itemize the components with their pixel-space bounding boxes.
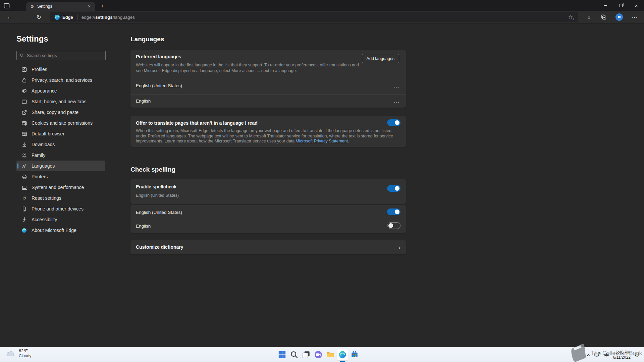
start-button[interactable] [276,349,288,361]
customize-dictionary-label: Customize dictionary [136,244,183,250]
lock-icon [21,77,27,83]
sidebar-item-appearance[interactable]: Appearance [16,85,105,96]
window-icon [21,99,27,105]
spellcheck-language-row: English (United States) [136,205,401,219]
check-spelling-heading: Check spelling [130,166,175,173]
taskbar-search-button[interactable] [288,349,300,361]
translate-card: Offer to translate pages that aren't in … [130,116,406,147]
new-tab-button[interactable]: + [98,2,107,10]
printer-icon [21,174,27,180]
preferred-languages-title: Preferred languages [136,54,181,59]
taskbar-apps [276,349,360,361]
search-icon [290,351,298,359]
collections-icon[interactable] [598,12,609,22]
sidebar-item-about-edge[interactable]: About Microsoft Edge [16,225,105,236]
add-favorite-icon[interactable]: ☆+ [567,14,574,20]
sidebar-item-reset-settings[interactable]: ↺ Reset settings [16,193,105,203]
sidebar-item-phone-devices[interactable]: Phone and other devices [16,203,105,214]
network-icon[interactable] [594,352,600,358]
search-icon [20,53,24,58]
chat-icon [314,351,322,359]
sidebar-item-downloads[interactable]: Downloads [16,139,105,150]
translate-toggle[interactable] [387,119,400,126]
windows-taskbar: 62°F Cloudy [0,347,644,362]
enable-spellcheck-toggle[interactable] [387,185,400,192]
spellcheck-en-us-toggle[interactable] [387,208,400,215]
microsoft-store-button[interactable] [349,349,360,361]
sidebar-item-system-performance[interactable]: System and performance [16,182,105,193]
tab-close-icon[interactable]: × [86,3,92,9]
weather-widget[interactable]: 62°F Cloudy [5,349,31,358]
sidebar-item-accessibility[interactable]: Accessibility [16,214,105,225]
extension-button[interactable] [614,12,625,22]
translate-icon: At [21,163,27,169]
address-separator [77,14,77,20]
chat-button[interactable] [313,349,324,361]
tab-bar: ⚙ Settings × + × [0,0,644,11]
translate-title: Offer to translate pages that aren't in … [136,120,258,126]
svg-text:t: t [25,163,26,166]
minimize-button[interactable] [598,0,613,11]
sidebar-item-default-browser[interactable]: Default browser [16,128,105,139]
refresh-button[interactable]: ↻ [34,12,44,22]
customize-dictionary-card[interactable]: Customize dictionary › [130,240,406,254]
tray-chevron-up-icon[interactable] [587,354,591,356]
tab-actions-menu-icon[interactable] [3,2,10,9]
spellcheck-languages-card: English (United States) English [130,205,406,233]
edge-logo-icon [54,14,60,20]
spellcheck-en-toggle[interactable] [387,222,400,229]
sidebar-item-printers[interactable]: Printers [16,171,105,182]
window-close-button[interactable]: × [629,0,644,11]
sidebar-item-profiles[interactable]: Profiles [16,64,105,75]
phone-icon [21,206,27,212]
sidebar-title: Settings [16,34,48,44]
accessibility-icon [21,217,27,223]
sidebar-item-languages[interactable]: At Languages [16,161,105,171]
taskbar-clock[interactable]: 6:40 PM 6/11/2022 [613,350,631,360]
palette-icon [21,88,27,94]
url-text: edge://settings/languages [82,15,135,20]
notification-bell-icon[interactable]: z [634,352,640,358]
sidebar-item-family[interactable]: Family [16,150,105,161]
edge-settings-window: ⚙ Settings × + × ← → ↻ Edge edge://setti… [0,0,644,362]
sidebar-item-start-home-tabs[interactable]: Start, home, and new tabs [16,96,105,107]
sidebar-item-privacy[interactable]: Privacy, search, and services [16,75,105,85]
tab-title: Settings [37,4,52,9]
sidebar-item-share-copy-paste[interactable]: Share, copy and paste [16,107,105,118]
system-tray: 6:40 PM 6/11/2022 z [587,347,640,362]
edge-logo-icon [21,227,27,233]
spellcheck-language-row: English [136,219,401,233]
back-button[interactable]: ← [4,12,14,22]
browser-check-icon [21,131,27,137]
browser-toolbar: ← → ↻ Edge edge://settings/languages ☆+ … [0,11,644,23]
privacy-statement-link[interactable]: Microsoft Privacy Statement [296,139,348,143]
page-title: Languages [130,36,164,43]
task-view-button[interactable] [301,349,312,361]
reset-icon: ↺ [21,195,27,201]
enable-spellcheck-card: Enable spellcheck English (United States… [130,179,406,204]
family-icon [21,152,27,158]
settings-search-box[interactable] [16,51,106,60]
volume-icon[interactable] [604,352,609,358]
more-actions-icon[interactable]: ... [392,83,401,88]
edge-site-badge[interactable]: Edge [54,14,73,20]
window-controls: × [598,0,644,11]
more-actions-icon[interactable]: ... [392,98,401,104]
file-explorer-icon [326,351,334,359]
enable-spellcheck-title: Enable spellcheck [136,184,176,189]
restore-button[interactable] [613,0,629,11]
tab-settings[interactable]: ⚙ Settings × [26,2,95,11]
settings-menu-icon[interactable]: ⋯ [629,12,640,22]
weather-temperature: 62°F [19,349,31,354]
dictionary-extension-icon [615,13,623,21]
clock-time: 6:40 PM [613,350,631,355]
search-input[interactable] [27,53,102,58]
add-languages-button[interactable]: Add languages [362,54,399,63]
sidebar-item-cookies-permissions[interactable]: Cookies and site permissions [16,118,105,128]
file-explorer-button[interactable] [325,349,336,361]
sidebar-nav: Profiles Privacy, search, and services A… [16,64,105,236]
edge-browser-button[interactable] [337,349,348,361]
chevron-right-icon[interactable]: › [398,244,400,251]
favorites-icon[interactable]: ☆ [584,12,594,22]
address-bar[interactable]: Edge edge://settings/languages ☆+ [50,12,578,22]
